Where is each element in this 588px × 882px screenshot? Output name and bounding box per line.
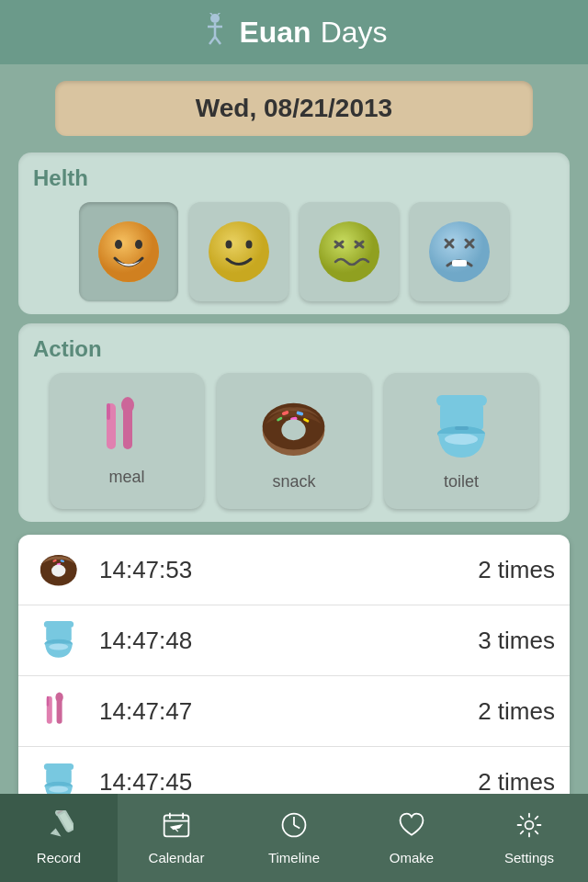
- gear-icon: [514, 810, 544, 846]
- svg-rect-41: [455, 426, 469, 430]
- action-section: Action meal: [18, 323, 570, 522]
- svg-line-5: [209, 13, 212, 15]
- health-emoji-row: [33, 202, 555, 301]
- action-label: Action: [33, 336, 555, 362]
- svg-point-8: [98, 221, 159, 282]
- calendar-icon: [162, 810, 191, 846]
- date-bar[interactable]: Wed, 08/21/2013: [55, 81, 533, 136]
- svg-point-11: [209, 221, 269, 282]
- svg-point-40: [445, 434, 478, 445]
- svg-rect-24: [452, 260, 467, 266]
- record-item: 14:47:53 2 times: [18, 535, 570, 605]
- svg-rect-26: [107, 403, 110, 420]
- svg-line-69: [294, 825, 300, 829]
- health-section: Helth: [18, 153, 570, 314]
- record-count-4: 2 times: [478, 768, 555, 797]
- svg-point-59: [49, 786, 68, 792]
- tab-settings[interactable]: Settings: [470, 794, 588, 882]
- svg-point-70: [526, 821, 534, 830]
- record-time-2: 14:47:48: [99, 627, 463, 655]
- tab-timeline[interactable]: Timeline: [235, 794, 353, 882]
- svg-point-9: [115, 240, 122, 249]
- svg-point-55: [55, 693, 62, 703]
- record-icon-snack: [33, 549, 85, 590]
- tab-omake[interactable]: Omake: [353, 794, 470, 882]
- header-title-days: Days: [321, 16, 388, 50]
- record-time-1: 14:47:53: [99, 556, 463, 584]
- tab-calendar[interactable]: Calendar: [118, 794, 235, 882]
- svg-point-19: [429, 221, 490, 282]
- tab-omake-label: Omake: [390, 850, 434, 865]
- svg-rect-38: [440, 404, 483, 430]
- record-time-3: 14:47:47: [99, 697, 463, 726]
- record-time-4: 14:47:45: [99, 768, 463, 797]
- header-title-euan: Euan: [239, 16, 311, 50]
- record-count-2: 3 times: [478, 627, 555, 655]
- svg-point-47: [51, 565, 65, 577]
- svg-rect-53: [47, 696, 49, 707]
- health-label: Helth: [33, 165, 555, 191]
- meal-label: meal: [108, 468, 144, 487]
- svg-point-10: [135, 240, 142, 249]
- record-count-3: 2 times: [478, 697, 555, 726]
- emoji-smile[interactable]: [189, 202, 288, 301]
- heart-icon: [397, 810, 426, 846]
- clock-icon: [279, 810, 309, 846]
- record-icon-toilet: [33, 618, 85, 662]
- action-row: meal snack: [33, 373, 555, 509]
- svg-point-51: [49, 644, 68, 650]
- svg-rect-49: [46, 627, 72, 641]
- snack-label: snack: [272, 472, 315, 492]
- record-item: 14:47:48 3 times: [18, 605, 570, 676]
- tab-record[interactable]: Record: [0, 794, 118, 882]
- app-header: Euan Days: [0, 0, 588, 64]
- emoji-sad[interactable]: [410, 202, 509, 301]
- record-icon-meal: [33, 687, 85, 735]
- snack-button[interactable]: snack: [217, 373, 371, 509]
- tab-calendar-label: Calendar: [149, 850, 205, 865]
- tab-record-label: Record: [37, 850, 81, 865]
- svg-point-28: [121, 397, 134, 413]
- svg-point-14: [319, 221, 379, 282]
- tab-bar: Record Calendar Timeline: [0, 794, 588, 882]
- svg-line-3: [209, 37, 215, 44]
- record-count-1: 2 times: [478, 556, 555, 584]
- svg-line-6: [218, 13, 221, 15]
- emoji-happy[interactable]: [79, 202, 178, 301]
- svg-rect-57: [46, 768, 72, 783]
- pencil-icon: [44, 810, 74, 846]
- svg-point-12: [226, 241, 232, 249]
- record-list: 14:47:53 2 times 14:47:48 3 times 14:: [18, 535, 570, 820]
- svg-point-36: [281, 419, 305, 440]
- toilet-label: toilet: [444, 472, 479, 492]
- toilet-button[interactable]: toilet: [384, 373, 538, 509]
- tab-settings-label: Settings: [504, 850, 554, 865]
- meal-button[interactable]: meal: [50, 373, 204, 509]
- record-item: 14:47:47 2 times: [18, 676, 570, 747]
- svg-line-4: [215, 37, 220, 44]
- svg-point-13: [246, 241, 253, 249]
- emoji-sick[interactable]: [300, 202, 399, 301]
- svg-marker-61: [52, 830, 59, 834]
- tab-timeline-label: Timeline: [268, 850, 320, 865]
- header-icon: [200, 13, 230, 52]
